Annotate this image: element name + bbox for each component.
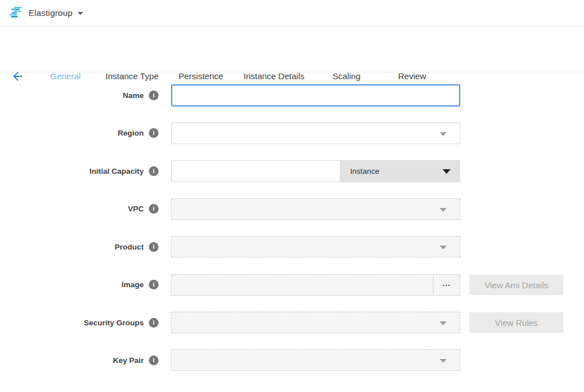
product-switcher[interactable]: Elastigroup — [8, 5, 83, 21]
vpc-label: VPC — [0, 204, 144, 214]
view-rules-button[interactable]: View Rules — [469, 312, 563, 333]
view-ami-details-button[interactable]: View Ami Details — [469, 275, 563, 295]
info-icon[interactable]: i — [149, 280, 159, 289]
info-icon[interactable]: i — [149, 242, 159, 252]
tab-instance-type[interactable]: Instance Type — [106, 71, 159, 81]
security-groups-label: Security Groups — [0, 318, 144, 328]
chevron-down-icon — [440, 208, 447, 212]
name-label: Name — [0, 91, 144, 100]
chevron-down-icon — [440, 359, 447, 363]
info-icon[interactable]: i — [149, 318, 159, 328]
tab-review[interactable]: Review — [398, 71, 426, 81]
security-groups-select — [171, 312, 460, 333]
info-icon[interactable]: i — [149, 128, 159, 138]
image-browse-button[interactable]: ... — [433, 275, 460, 295]
key-pair-label: Key Pair — [0, 356, 144, 365]
initial-capacity-input[interactable] — [171, 160, 340, 182]
chevron-down-icon — [440, 321, 447, 325]
vpc-select — [171, 198, 460, 220]
capacity-unit-value: Instance — [350, 167, 379, 175]
info-icon[interactable]: i — [149, 91, 159, 100]
capacity-unit-select[interactable]: Instance — [340, 160, 460, 182]
chevron-down-icon — [440, 246, 447, 250]
info-icon[interactable]: i — [149, 166, 159, 176]
tab-instance-details[interactable]: Instance Details — [244, 71, 305, 81]
back-button[interactable] — [11, 70, 25, 83]
product-select — [171, 236, 460, 258]
top-bar: Elastigroup — [0, 0, 584, 26]
name-input[interactable] — [171, 84, 460, 107]
region-select[interactable] — [171, 122, 460, 144]
image-input: ... — [171, 274, 460, 296]
product-label: Product — [0, 242, 144, 252]
elastigroup-create-page: Elastigroup General Instance Type Persis… — [0, 0, 584, 392]
chevron-down-icon — [443, 169, 451, 174]
key-pair-select — [171, 349, 460, 371]
wizard-tab-bar: General Instance Type Persistence Instan… — [0, 26, 584, 72]
chevron-down-icon — [78, 12, 83, 15]
tab-persistence[interactable]: Persistence — [179, 71, 223, 81]
tab-general[interactable]: General — [50, 71, 80, 81]
info-icon[interactable]: i — [149, 356, 159, 365]
region-label: Region — [0, 128, 144, 138]
arrow-left-icon — [11, 75, 25, 85]
image-label: Image — [0, 280, 144, 289]
chevron-down-icon — [440, 132, 447, 136]
initial-capacity-label: Initial Capacity — [0, 166, 144, 176]
tab-scaling[interactable]: Scaling — [332, 71, 360, 81]
info-icon[interactable]: i — [149, 204, 159, 214]
product-name: Elastigroup — [29, 8, 72, 18]
elastigroup-logo-icon — [8, 5, 23, 21]
